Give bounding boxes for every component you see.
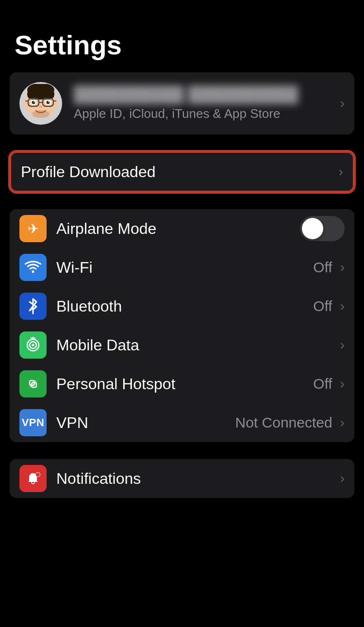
vpn-chevron: › [340,415,345,430]
mobile-data-item[interactable]: Mobile Data › [10,326,354,364]
vpn-item[interactable]: VPN VPN Not Connected › [10,403,354,442]
svg-point-12 [32,101,35,104]
page-title: Settings [0,0,364,72]
airplane-mode-item[interactable]: ✈ Airplane Mode [10,209,354,248]
airplane-mode-toggle[interactable] [300,216,345,241]
apple-id-item[interactable]: ██████████ ██████████ Apple ID, iCloud, … [10,72,354,134]
profile-downloaded-section: Profile Downloaded › [10,151,354,192]
svg-point-15 [48,101,49,102]
bluetooth-label: Bluetooth [56,297,313,315]
connectivity-group: ✈ Airplane Mode Wi-Fi Off › Bluetoot [10,209,354,442]
svg-point-18 [32,271,34,273]
toggle-thumb [302,218,323,239]
airplane-mode-label: Airplane Mode [56,220,300,238]
personal-hotspot-value: Off [313,376,332,392]
mobile-data-label: Mobile Data [56,336,337,354]
svg-rect-2 [27,89,54,99]
profile-downloaded-label: Profile Downloaded [21,163,336,181]
apple-id-info: ██████████ ██████████ Apple ID, iCloud, … [74,85,337,121]
apple-id-name: ██████████ ██████████ [74,85,337,103]
avatar [19,82,62,125]
personal-hotspot-chevron: › [340,376,345,392]
profile-downloaded-chevron: › [339,164,343,180]
vpn-label: VPN [56,414,235,432]
personal-hotspot-icon [19,370,47,397]
notifications-chevron: › [340,471,345,486]
notifications-label: Notifications [56,470,337,488]
wifi-item[interactable]: Wi-Fi Off › [10,248,354,287]
profile-downloaded-item[interactable]: Profile Downloaded › [10,151,354,192]
mobile-data-icon [19,331,47,359]
svg-point-21 [32,344,34,346]
bluetooth-item[interactable]: Bluetooth Off › [10,287,354,326]
wifi-value: Off [313,259,332,276]
personal-hotspot-item[interactable]: Personal Hotspot Off › [10,364,354,403]
airplane-mode-icon: ✈ [19,215,47,242]
notifications-icon [19,465,47,492]
wifi-chevron: › [340,260,345,275]
bluetooth-chevron: › [340,298,345,314]
svg-rect-29 [36,473,40,477]
bluetooth-value: Off [313,298,332,314]
wifi-icon [19,254,47,281]
apple-id-chevron: › [340,96,345,111]
svg-point-14 [33,101,34,102]
apple-id-subtitle: Apple ID, iCloud, iTunes & App Store [74,106,337,121]
apple-id-section: ██████████ ██████████ Apple ID, iCloud, … [10,72,354,134]
mobile-data-chevron: › [340,337,345,353]
bluetooth-icon [19,293,47,320]
svg-point-13 [47,101,50,104]
svg-point-17 [32,110,50,118]
notifications-group: Notifications › [10,459,354,498]
svg-line-27 [30,380,36,387]
notifications-item[interactable]: Notifications › [10,459,354,498]
wifi-label: Wi-Fi [56,259,313,277]
svg-point-16 [39,106,42,108]
vpn-value: Not Connected [235,414,332,431]
personal-hotspot-label: Personal Hotspot [56,375,313,393]
vpn-icon: VPN [19,409,47,436]
